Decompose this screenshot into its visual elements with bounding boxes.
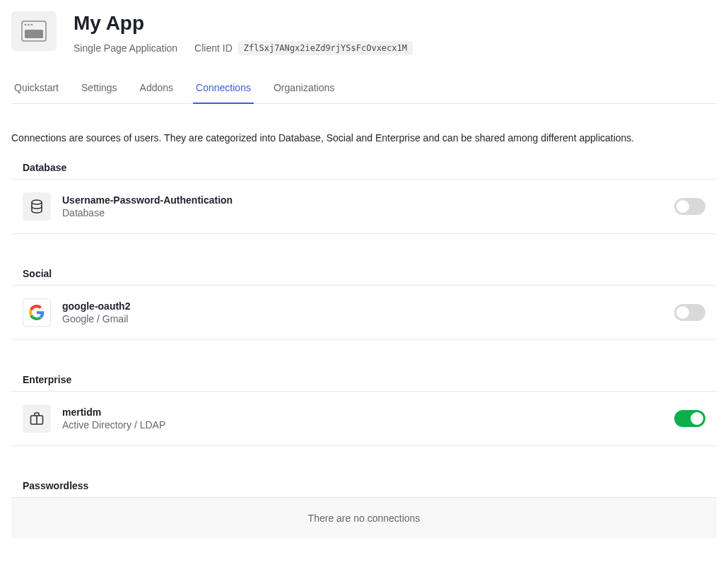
tab-connections[interactable]: Connections (196, 76, 251, 103)
app-icon (11, 11, 57, 51)
tab-settings[interactable]: Settings (81, 76, 117, 103)
section-heading-database: Database (11, 156, 717, 180)
svg-rect-4 (25, 30, 43, 38)
svg-point-5 (32, 200, 42, 204)
connection-name[interactable]: google-oauth2 (62, 300, 663, 312)
connection-type: Database (62, 207, 663, 218)
toggle-database-connection[interactable] (674, 198, 705, 215)
connection-type: Google / Gmail (62, 313, 663, 324)
connection-name[interactable]: Username-Password-Authentication (62, 194, 663, 206)
header-subtitle: Single Page Application Client ID ZflSxj… (74, 41, 413, 55)
app-type: Single Page Application (74, 42, 177, 54)
svg-point-1 (25, 24, 27, 26)
google-icon (23, 298, 51, 327)
svg-point-2 (28, 24, 30, 26)
intro-text: Connections are sources of users. They a… (11, 132, 717, 144)
client-id-row: Client ID ZflSxj7ANgx2ieZd9rjYSsFcOvxecx… (194, 41, 413, 55)
tabs: Quickstart Settings Addons Connections O… (11, 76, 717, 104)
toggle-enterprise-connection[interactable] (674, 410, 705, 427)
google-logo-icon (29, 305, 45, 320)
passwordless-empty: There are no connections (11, 498, 717, 539)
client-id-value[interactable]: ZflSxj7ANgx2ieZd9rjYSsFcOvxecx1M (238, 41, 413, 55)
db-icon (29, 199, 45, 214)
window-icon (21, 21, 47, 42)
enterprise-icon (23, 404, 51, 433)
connection-row-social: google-oauth2 Google / Gmail (11, 286, 717, 340)
svg-point-3 (31, 24, 33, 26)
tab-organizations[interactable]: Organizations (274, 76, 334, 103)
connection-row-enterprise: mertidm Active Directory / LDAP (11, 392, 717, 446)
tab-quickstart[interactable]: Quickstart (14, 76, 59, 103)
connection-row-database: Username-Password-Authentication Databas… (11, 180, 717, 234)
database-icon (23, 192, 51, 221)
tab-addons[interactable]: Addons (140, 76, 173, 103)
content: Connections are sources of users. They a… (11, 104, 717, 539)
client-id-label: Client ID (194, 42, 233, 54)
connection-text: mertidm Active Directory / LDAP (62, 407, 663, 431)
app-title: My App (74, 11, 413, 35)
connection-text: google-oauth2 Google / Gmail (62, 300, 663, 324)
briefcase-icon (29, 411, 45, 426)
connection-name[interactable]: mertidm (62, 407, 663, 418)
connection-type: Active Directory / LDAP (62, 419, 663, 431)
header-text: My App Single Page Application Client ID… (74, 11, 413, 55)
section-heading-enterprise: Enterprise (11, 368, 717, 392)
empty-message: There are no connections (308, 513, 421, 524)
section-heading-passwordless: Passwordless (11, 474, 717, 498)
section-heading-social: Social (11, 262, 717, 286)
app-header: My App Single Page Application Client ID… (11, 11, 717, 76)
connection-text: Username-Password-Authentication Databas… (62, 194, 663, 218)
toggle-social-connection[interactable] (674, 304, 705, 321)
